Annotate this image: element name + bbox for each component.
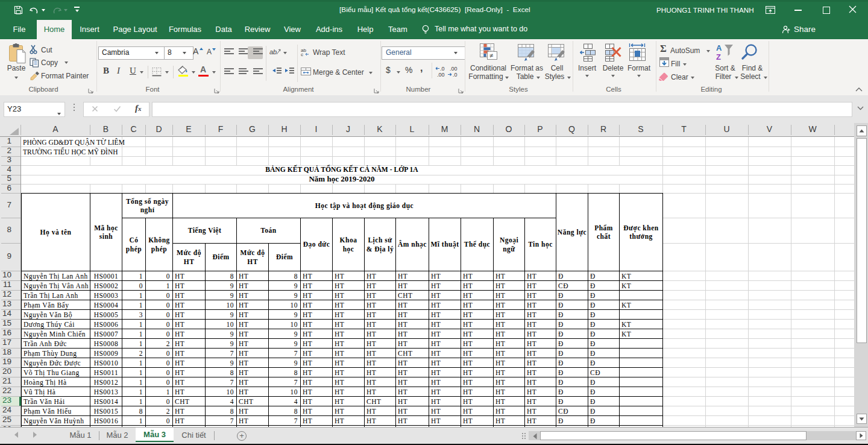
svg-text:Z: Z xyxy=(716,52,721,62)
svg-text:A: A xyxy=(716,43,722,52)
svg-text:ab: ab xyxy=(269,48,277,55)
svg-text:.0: .0 xyxy=(440,66,445,72)
svg-text:≠: ≠ xyxy=(489,52,493,59)
svg-text:.00: .00 xyxy=(437,72,445,78)
svg-text:c: c xyxy=(301,52,303,56)
